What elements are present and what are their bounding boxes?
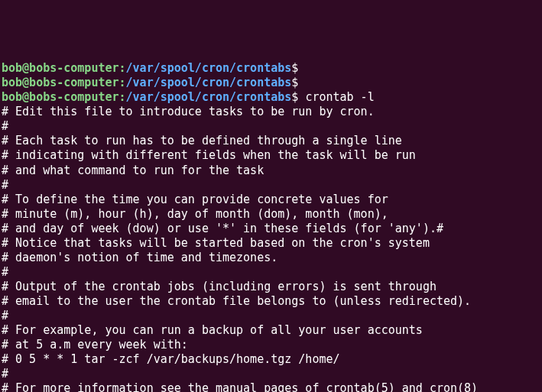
terminal-content[interactable]: bob@bobs-computer:/var/spool/cron/cronta… (2, 61, 540, 392)
output-line: # Each task to run has to be defined thr… (2, 134, 540, 148)
output-line: # (2, 265, 540, 280)
user-host: bob@bobs-computer (2, 61, 119, 75)
output-line: # Notice that tasks will be started base… (2, 236, 540, 251)
output-line: # and what command to run for the task (2, 164, 540, 178)
prompt-line-1: bob@bobs-computer:/var/spool/cron/cronta… (2, 61, 540, 76)
user-host: bob@bobs-computer (2, 90, 119, 104)
output-line: # For more information see the manual pa… (2, 381, 540, 392)
prompt-symbol: $ (291, 90, 298, 104)
prompt-line-3: bob@bobs-computer:/var/spool/cron/cronta… (2, 90, 540, 105)
output-line: # email to the user the crontab file bel… (2, 294, 540, 309)
prompt-symbol: $ (291, 76, 298, 89)
cwd-path: /var/spool/cron/crontabs (126, 90, 292, 104)
output-line: # For example, you can run a backup of a… (2, 323, 540, 338)
output-line: # (2, 309, 540, 323)
output-line: # To define the time you can provide con… (2, 193, 540, 207)
output-line: # (2, 178, 540, 193)
output-line: # minute (m), hour (h), day of month (do… (2, 207, 540, 222)
cwd-path: /var/spool/cron/crontabs (126, 61, 292, 75)
output-line: # and day of week (dow) or use '*' in th… (2, 222, 540, 236)
output-line: # at 5 a.m every week with: (2, 338, 540, 352)
user-host: bob@bobs-computer (2, 76, 119, 89)
output-line: # daemon's notion of time and timezones. (2, 251, 540, 265)
output-line: # 0 5 * * 1 tar -zcf /var/backups/home.t… (2, 352, 540, 367)
prompt-line-2: bob@bobs-computer:/var/spool/cron/cronta… (2, 76, 540, 90)
cwd-path: /var/spool/cron/crontabs (126, 76, 292, 89)
output-line: # Output of the crontab jobs (including … (2, 280, 540, 294)
output-line: # (2, 119, 540, 134)
prompt-symbol: $ (291, 61, 298, 75)
output-line: # indicating with different fields when … (2, 148, 540, 163)
output-line: # Edit this file to introduce tasks to b… (2, 105, 540, 119)
output-line: # (2, 367, 540, 381)
command-text: crontab -l (305, 90, 374, 104)
